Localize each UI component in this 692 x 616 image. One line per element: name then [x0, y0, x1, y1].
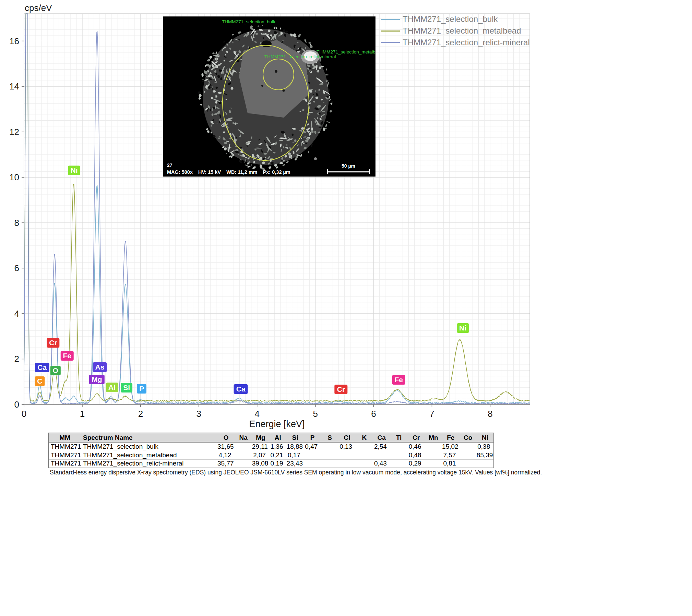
cell-0-ca: 2,54: [373, 442, 390, 451]
cell-0-al: 1,36: [269, 442, 286, 451]
core-pore: [275, 70, 277, 73]
cell-2-mg: 39,08: [252, 459, 269, 468]
y-tick-label-10: 10: [9, 172, 19, 182]
sem-inset: THMM271_selection_bulk THMM271_selection…: [163, 16, 375, 177]
eds-results-table-wrap: MMSpectrum NameONaMgAlSiPSClKCaTiCrMnFeC…: [48, 433, 494, 468]
y-tick-label-16: 16: [9, 36, 19, 46]
cell-1-p: [304, 451, 321, 459]
cell-1-mm: THMM271: [48, 451, 81, 459]
sem-label-bulk: THMM271_selection_bulk: [222, 19, 275, 24]
table-row-2: THMM271THMM271_selection_relict-mineral3…: [48, 459, 494, 468]
cell-2-co: [459, 459, 476, 468]
small-fragment: [314, 157, 317, 160]
col-header-si: Si: [287, 433, 304, 442]
cell-2-mm: THMM271: [48, 459, 81, 468]
legend-label: THMM271_selection_relict-mineral: [403, 38, 530, 47]
col-header-ni: Ni: [477, 433, 494, 442]
col-header-mn: Mn: [425, 433, 442, 442]
y-tick-label-14: 14: [9, 81, 19, 92]
cell-2-si: 23,43: [287, 459, 304, 468]
cell-1-co: [459, 451, 476, 459]
col-header-cr: Cr: [407, 433, 425, 442]
core-void: [261, 40, 272, 47]
y-tick-label-2: 2: [14, 354, 19, 364]
cell-2-ni: [477, 459, 494, 468]
x-tick-label-1: 1: [80, 409, 85, 419]
cell-1-mg: 2,07: [252, 451, 269, 459]
cell-1-k: [356, 451, 373, 459]
cell-0-ti: [390, 442, 407, 451]
legend-label: THMM271_selection_metalbead: [403, 26, 521, 36]
cell-1-cr: 0,48: [407, 451, 425, 459]
col-header-fe: Fe: [442, 433, 459, 442]
cell-1-mn: [425, 451, 442, 459]
cell-1-fe: 7,57: [442, 451, 459, 459]
y-tick-label-12: 12: [9, 127, 19, 137]
cell-2-ti: [390, 459, 407, 468]
col-header-spectrum-name: Spectrum Name: [81, 433, 217, 442]
legend-item-bulk: THMM271_selection_bulk: [381, 14, 530, 24]
sem-label-metalbead: THMM271_selection_metalbead: [317, 49, 375, 55]
col-header-p: P: [304, 433, 321, 442]
sem-micrograph: [163, 16, 375, 177]
cell-0-spectrum-name: THMM271_selection_bulk: [81, 442, 217, 451]
col-header-k: K: [356, 433, 373, 442]
y-tick-label-6: 6: [14, 263, 19, 273]
x-tick-label-2: 2: [138, 409, 143, 419]
cell-1-s: [321, 451, 338, 459]
col-header-ca: Ca: [373, 433, 390, 442]
cell-2-o: 35,77: [217, 459, 235, 468]
col-header-ti: Ti: [390, 433, 407, 442]
cell-0-fe: 15,02: [442, 442, 459, 451]
cell-2-p: [304, 459, 321, 468]
cell-1-si: 0,17: [287, 451, 304, 459]
col-header-al: Al: [269, 433, 286, 442]
cell-0-ni: 0,38: [477, 442, 494, 451]
cell-2-mn: [425, 459, 442, 468]
x-axis-title: Energie [keV]: [24, 419, 530, 430]
sem-label-relict-mineral: THMM271_selection_relict-mineral: [264, 54, 336, 59]
cell-0-mn: [425, 442, 442, 451]
cell-1-cl: [338, 451, 356, 459]
table-header-row: MMSpectrum NameONaMgAlSiPSClKCaTiCrMnFeC…: [48, 433, 494, 442]
cell-0-p: 0,47: [304, 442, 321, 451]
x-tick-label-8: 8: [488, 409, 492, 419]
cell-0-si: 18,88: [287, 442, 304, 451]
y-axis-title: cps/eV: [25, 3, 52, 13]
footnote: Standard-less energy dispersive X-ray sp…: [50, 469, 542, 476]
cell-0-k: [356, 442, 373, 451]
x-tick-label-7: 7: [429, 409, 434, 419]
cell-0-co: [459, 442, 476, 451]
cell-2-cl: [338, 459, 356, 468]
col-header-mg: Mg: [252, 433, 269, 442]
col-header-o: O: [217, 433, 235, 442]
cell-0-mm: THMM271: [48, 442, 81, 451]
cell-1-ca: [373, 451, 390, 459]
cell-0-s: [321, 442, 338, 451]
table-row-0: THMM271THMM271_selection_bulk31,6529,111…: [48, 442, 494, 451]
eds-results-table: MMSpectrum NameONaMgAlSiPSClKCaTiCrMnFeC…: [48, 433, 494, 468]
table-row-1: THMM271THMM271_selection_metalbead4,122,…: [48, 451, 494, 459]
cell-1-al: 0,21: [269, 451, 286, 459]
legend-line-sample: [381, 19, 400, 20]
col-header-co: Co: [459, 433, 476, 442]
cell-2-k: [356, 459, 373, 468]
cell-0-na: [235, 442, 252, 451]
x-tick-label-3: 3: [196, 409, 201, 419]
legend-label: THMM271_selection_bulk: [403, 14, 498, 24]
cell-2-na: [235, 459, 252, 468]
cell-1-ti: [390, 451, 407, 459]
col-header-s: S: [321, 433, 338, 442]
cell-2-spectrum-name: THMM271_selection_relict-mineral: [81, 459, 217, 468]
col-header-mm: MM: [48, 433, 81, 442]
cell-1-spectrum-name: THMM271_selection_metalbead: [81, 451, 217, 459]
legend-item-relict-mineral: THMM271_selection_relict-mineral: [381, 38, 530, 47]
cell-2-fe: 0,81: [442, 459, 459, 468]
cell-2-cr: 0,29: [407, 459, 425, 468]
cell-2-al: 0,19: [269, 459, 286, 468]
x-tick-label-6: 6: [371, 409, 376, 419]
y-tick-label-0: 0: [14, 399, 19, 410]
sem-frame-number: 27: [167, 162, 172, 168]
cell-0-o: 31,65: [217, 442, 235, 451]
chart-legend: THMM271_selection_bulk THMM271_selection…: [381, 14, 530, 47]
